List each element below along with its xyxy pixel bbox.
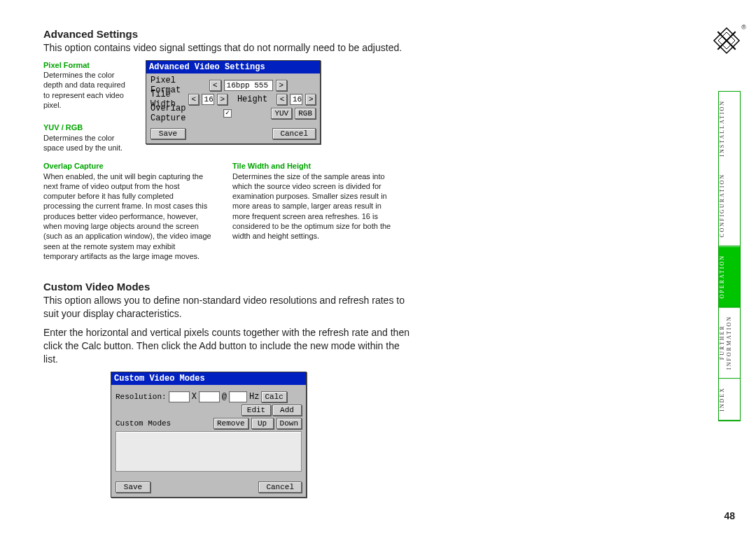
custom-modes-list[interactable] <box>115 431 302 472</box>
cvm-dialog-title: Custom Video Modes <box>111 372 306 385</box>
resolution-h-input[interactable] <box>169 391 190 402</box>
custom-modes-label: Custom Modes <box>115 419 171 428</box>
height-prev-button[interactable]: < <box>276 94 287 105</box>
registered-mark: ® <box>741 24 746 31</box>
yuv-rgb-body: Determines the color space used by the u… <box>43 133 133 153</box>
add-button[interactable]: Add <box>272 405 302 416</box>
height-next-button[interactable]: > <box>305 94 316 105</box>
cvm-save-button[interactable]: Save <box>115 482 150 493</box>
adv-cancel-button[interactable]: Cancel <box>272 128 316 139</box>
refresh-rate-input[interactable] <box>229 391 247 402</box>
brand-logo: ® <box>713 27 741 55</box>
cvm-intro-2: Enter the horizontal and vertical pixels… <box>43 326 414 366</box>
custom-video-modes-heading: Custom Video Modes <box>43 281 414 293</box>
page-number: 48 <box>724 510 735 521</box>
resolution-v-input[interactable] <box>199 391 220 402</box>
edit-button[interactable]: Edit <box>241 405 271 416</box>
overlap-capture-desc-body: When enabled, the unit will begin captur… <box>43 171 211 262</box>
pixel-format-value: 16bpp 555 <box>224 80 273 91</box>
yuv-rgb-label: YUV / RGB <box>43 122 133 132</box>
height-label: Height <box>237 94 267 104</box>
rgb-button[interactable]: RGB <box>295 108 316 119</box>
tab-installation[interactable]: INSTALLATION <box>719 92 740 165</box>
advanced-settings-intro: This option contains video signal settin… <box>43 41 414 55</box>
pixel-format-label: Pixel Format <box>43 60 133 70</box>
at-separator: @ <box>222 392 227 402</box>
pixel-format-prev-button[interactable]: < <box>209 80 221 91</box>
overlap-capture-checkbox[interactable]: ✓ <box>223 109 232 118</box>
cvm-intro-1: This option allows you to define non-sta… <box>43 294 414 321</box>
adv-save-button[interactable]: Save <box>150 128 186 139</box>
down-button[interactable]: Down <box>276 418 302 429</box>
tab-index[interactable]: INDEX <box>719 379 740 421</box>
tab-operation[interactable]: OPERATION <box>719 246 740 307</box>
calc-button[interactable]: Calc <box>261 391 286 402</box>
height-value: 16 <box>290 94 302 105</box>
yuv-button[interactable]: YUV <box>271 108 292 119</box>
resolution-label: Resolution: <box>115 393 167 401</box>
hz-label: Hz <box>249 392 259 402</box>
tab-configuration[interactable]: CONFIGURATION <box>719 165 740 246</box>
cvm-cancel-button[interactable]: Cancel <box>258 482 302 493</box>
overlap-capture-label: Overlap Capture <box>150 104 220 123</box>
custom-video-modes-dialog: Custom Video Modes Resolution: X @ Hz Ca… <box>111 372 307 498</box>
advanced-settings-heading: Advanced Settings <box>43 28 414 40</box>
x-separator: X <box>192 392 197 402</box>
dialog-title: Advanced Video Settings <box>146 61 320 73</box>
tile-width-height-desc-body: Determines the size of the sample areas … <box>232 171 400 241</box>
remove-button[interactable]: Remove <box>214 418 248 429</box>
pixel-format-body: Determines the color depth and data requ… <box>43 70 133 110</box>
tile-width-height-desc-label: Tile Width and Height <box>232 161 400 171</box>
tab-further-information[interactable]: FURTHER INFORMATION <box>719 307 740 379</box>
advanced-video-settings-dialog: Advanced Video Settings Pixel Format < 1… <box>146 60 321 144</box>
up-button[interactable]: Up <box>251 418 274 429</box>
overlap-capture-desc-label: Overlap Capture <box>43 161 211 171</box>
section-tabs: INSTALLATION CONFIGURATION OPERATION FUR… <box>718 91 741 421</box>
pixel-format-next-button[interactable]: > <box>276 80 288 91</box>
